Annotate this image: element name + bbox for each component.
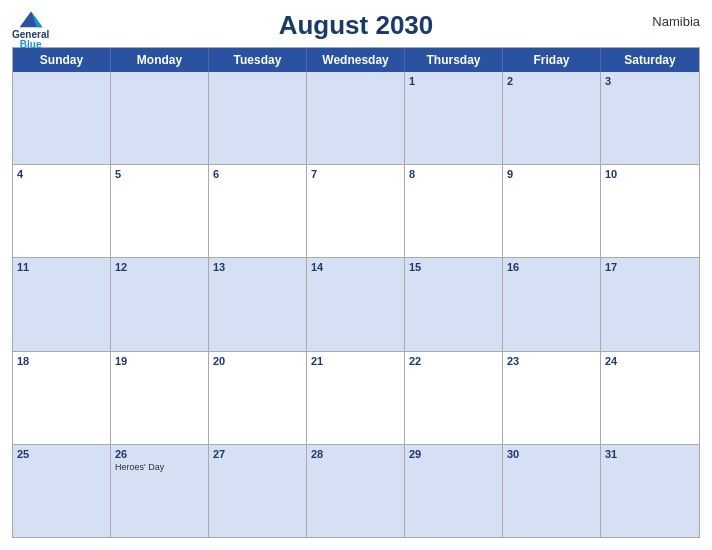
calendar-title: August 2030 — [279, 10, 434, 41]
day-cell — [307, 72, 405, 164]
day-number: 2 — [507, 75, 596, 87]
day-number: 27 — [213, 448, 302, 460]
day-number: 15 — [409, 261, 498, 273]
day-header-wednesday: Wednesday — [307, 48, 405, 72]
day-number: 24 — [605, 355, 695, 367]
day-number: 12 — [115, 261, 204, 273]
day-number: 22 — [409, 355, 498, 367]
day-number: 1 — [409, 75, 498, 87]
month-year-title: August 2030 — [279, 10, 434, 41]
calendar-grid: SundayMondayTuesdayWednesdayThursdayFrid… — [12, 47, 700, 538]
day-cell: 13 — [209, 258, 307, 350]
week-row-3: 11121314151617 — [13, 257, 699, 350]
day-number: 7 — [311, 168, 400, 180]
day-cell: 31 — [601, 445, 699, 537]
day-number: 31 — [605, 448, 695, 460]
day-cell — [13, 72, 111, 164]
day-number: 11 — [17, 261, 106, 273]
day-cell: 20 — [209, 352, 307, 444]
day-cell: 11 — [13, 258, 111, 350]
day-cell: 27 — [209, 445, 307, 537]
day-cell: 3 — [601, 72, 699, 164]
day-number: 19 — [115, 355, 204, 367]
day-number: 4 — [17, 168, 106, 180]
day-number: 5 — [115, 168, 204, 180]
day-number: 26 — [115, 448, 204, 460]
day-cell: 5 — [111, 165, 209, 257]
day-header-sunday: Sunday — [13, 48, 111, 72]
day-cell: 17 — [601, 258, 699, 350]
day-header-friday: Friday — [503, 48, 601, 72]
day-number: 30 — [507, 448, 596, 460]
day-number: 17 — [605, 261, 695, 273]
calendar-page: General Blue August 2030 Namibia SundayM… — [0, 0, 712, 550]
day-number: 25 — [17, 448, 106, 460]
day-cell: 28 — [307, 445, 405, 537]
day-cell: 2 — [503, 72, 601, 164]
day-number: 28 — [311, 448, 400, 460]
day-number: 10 — [605, 168, 695, 180]
day-cell: 23 — [503, 352, 601, 444]
day-number: 21 — [311, 355, 400, 367]
week-row-4: 18192021222324 — [13, 351, 699, 444]
day-number: 29 — [409, 448, 498, 460]
day-cell: 16 — [503, 258, 601, 350]
day-number: 23 — [507, 355, 596, 367]
day-cell — [209, 72, 307, 164]
day-cell: 25 — [13, 445, 111, 537]
week-row-1: 123 — [13, 72, 699, 164]
day-cell: 30 — [503, 445, 601, 537]
day-cell: 1 — [405, 72, 503, 164]
day-cell: 19 — [111, 352, 209, 444]
day-cell: 18 — [13, 352, 111, 444]
event-label: Heroes' Day — [115, 462, 204, 472]
day-cell: 9 — [503, 165, 601, 257]
day-cell: 29 — [405, 445, 503, 537]
day-header-tuesday: Tuesday — [209, 48, 307, 72]
day-cell: 15 — [405, 258, 503, 350]
calendar-header: General Blue August 2030 Namibia — [12, 10, 700, 41]
day-cell: 26Heroes' Day — [111, 445, 209, 537]
day-number: 13 — [213, 261, 302, 273]
day-cell: 22 — [405, 352, 503, 444]
day-header-monday: Monday — [111, 48, 209, 72]
day-cell: 12 — [111, 258, 209, 350]
day-cell: 6 — [209, 165, 307, 257]
day-header-thursday: Thursday — [405, 48, 503, 72]
day-number: 16 — [507, 261, 596, 273]
day-number: 6 — [213, 168, 302, 180]
day-number: 3 — [605, 75, 695, 87]
day-cell: 24 — [601, 352, 699, 444]
day-header-saturday: Saturday — [601, 48, 699, 72]
logo: General Blue — [12, 10, 49, 50]
week-row-5: 2526Heroes' Day2728293031 — [13, 444, 699, 537]
logo-blue: Blue — [20, 40, 42, 50]
day-cell: 8 — [405, 165, 503, 257]
day-number: 8 — [409, 168, 498, 180]
day-cell: 10 — [601, 165, 699, 257]
days-header-row: SundayMondayTuesdayWednesdayThursdayFrid… — [13, 48, 699, 72]
day-number: 9 — [507, 168, 596, 180]
day-number: 18 — [17, 355, 106, 367]
day-cell: 4 — [13, 165, 111, 257]
day-cell — [111, 72, 209, 164]
day-cell: 21 — [307, 352, 405, 444]
day-cell: 7 — [307, 165, 405, 257]
calendar-body: 1234567891011121314151617181920212223242… — [13, 72, 699, 537]
week-row-2: 45678910 — [13, 164, 699, 257]
day-number: 14 — [311, 261, 400, 273]
day-cell: 14 — [307, 258, 405, 350]
country-label: Namibia — [652, 14, 700, 29]
day-number: 20 — [213, 355, 302, 367]
